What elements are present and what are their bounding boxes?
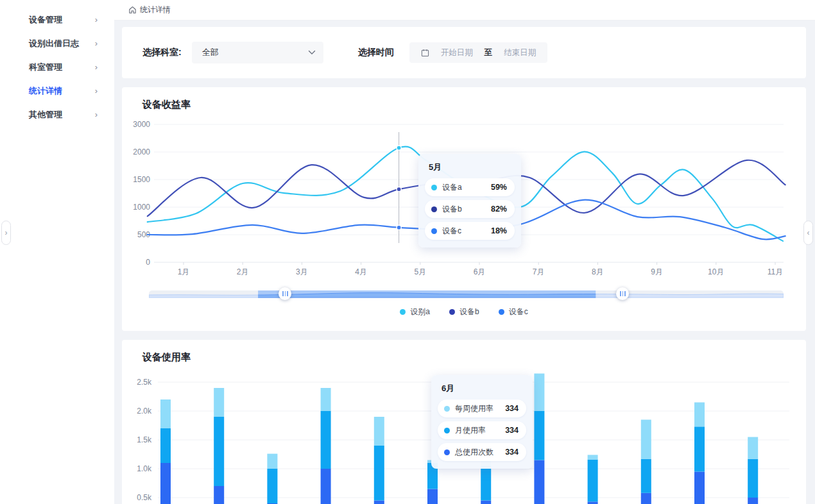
sidebar-item-device-management[interactable]: 设备管理 › (0, 8, 114, 31)
department-select[interactable]: 全部 (192, 42, 323, 63)
svg-text:3000: 3000 (133, 120, 150, 129)
sidebar-item-other-management[interactable]: 其他管理 › (0, 103, 114, 126)
datazoom-left-handle[interactable] (279, 287, 291, 300)
tooltip-title: 5月 (429, 162, 515, 173)
svg-text:1000: 1000 (133, 203, 150, 212)
department-select-value: 全部 (202, 47, 219, 58)
chevron-right-icon: › (95, 15, 98, 24)
collapse-panel-toggle[interactable]: ‹ (803, 221, 813, 245)
svg-text:8月: 8月 (592, 267, 604, 276)
breadcrumb-label: 统计详情 (140, 4, 171, 15)
main-content: 统计详情 选择科室: 全部 选择时间 开始日期 至 结束日期 (114, 0, 815, 504)
series-b-dot-icon (431, 206, 437, 212)
line-chart-legend: 设别a 设备b 设备c (122, 307, 806, 317)
tooltip-row: 设备a 59% (425, 178, 515, 196)
filter-panel: 选择科室: 全部 选择时间 开始日期 至 结束日期 (122, 27, 806, 78)
sidebar-item-label: 统计详情 (29, 85, 62, 97)
sidebar: 设备管理 › 设别出借日志 › 科室管理 › 统计详情 › 其他管理 › (0, 0, 114, 504)
svg-text:2.0k: 2.0k (137, 407, 152, 416)
legend-item-b[interactable]: 设备b (449, 307, 479, 317)
start-date-placeholder[interactable]: 开始日期 (441, 47, 473, 58)
tooltip-row: 总使用次数 334 (438, 443, 526, 461)
line-chart-tooltip: 5月 设备a 59% 设备b 82% 设备c 18% (418, 154, 521, 248)
chevron-right-icon: › (5, 228, 8, 237)
tooltip-title: 6月 (442, 383, 526, 394)
sidebar-item-department-management[interactable]: 科室管理 › (0, 55, 114, 79)
chevron-right-icon: › (95, 62, 98, 72)
legend-item-c[interactable]: 设备c (499, 307, 528, 317)
tooltip-row: 设备b 82% (425, 200, 515, 218)
grip-icon (282, 291, 288, 296)
collapse-sidebar-toggle[interactable]: › (1, 221, 11, 245)
svg-text:2.5k: 2.5k (137, 378, 152, 387)
svg-text:1500: 1500 (133, 175, 150, 184)
svg-text:2月: 2月 (237, 267, 249, 276)
monthly-usage-dot-icon (444, 428, 450, 433)
datazoom-slider[interactable] (149, 286, 784, 301)
sidebar-item-label: 科室管理 (29, 62, 62, 73)
svg-text:1月: 1月 (178, 267, 190, 276)
usage-rate-chart-card: 设备使用率 2.5k2.0k1.5k1.0k0.5k 6月 每周使用率 334 … (122, 340, 806, 504)
svg-text:6月: 6月 (474, 267, 486, 276)
tooltip-row: 每周使用率 334 (438, 399, 526, 417)
sidebar-item-label: 其他管理 (29, 109, 62, 121)
svg-text:9月: 9月 (651, 267, 663, 276)
calendar-icon (421, 49, 429, 57)
chevron-left-icon: ‹ (807, 228, 810, 237)
breadcrumb[interactable]: 统计详情 (128, 4, 171, 15)
sidebar-item-label: 设备管理 (29, 14, 62, 26)
legend-item-a[interactable]: 设别a (400, 307, 430, 317)
time-filter-label: 选择时间 (358, 47, 394, 58)
tooltip-row: 设备c 18% (425, 222, 515, 240)
legend-dot-icon (499, 309, 504, 315)
svg-text:1.5k: 1.5k (137, 435, 152, 444)
series-c-dot-icon (431, 228, 437, 234)
svg-text:2000: 2000 (133, 147, 150, 156)
svg-text:0: 0 (146, 258, 150, 267)
svg-text:4月: 4月 (355, 267, 367, 276)
end-date-placeholder[interactable]: 结束日期 (504, 47, 536, 58)
sidebar-item-lending-log[interactable]: 设别出借日志 › (0, 31, 114, 55)
legend-dot-icon (449, 309, 455, 315)
home-icon (128, 6, 137, 14)
series-a-dot-icon (431, 185, 437, 190)
weekly-usage-dot-icon (444, 406, 450, 412)
chevron-right-icon: › (95, 110, 98, 119)
grip-icon (620, 291, 626, 296)
svg-text:3月: 3月 (296, 267, 308, 276)
svg-text:0.5k: 0.5k (137, 493, 152, 502)
department-filter-label: 选择科室: (142, 47, 182, 58)
datazoom-track[interactable] (149, 286, 784, 301)
tooltip-row: 月使用率 334 (438, 421, 526, 439)
svg-text:10月: 10月 (708, 267, 724, 276)
sidebar-item-label: 设别出借日志 (29, 38, 79, 49)
svg-text:5月: 5月 (414, 267, 426, 276)
chevron-right-icon: › (95, 38, 98, 48)
chevron-right-icon: › (95, 86, 98, 96)
svg-text:1.0k: 1.0k (137, 464, 152, 473)
svg-text:11月: 11月 (768, 267, 783, 276)
sidebar-item-statistics-detail[interactable]: 统计详情 › (0, 79, 114, 103)
revenue-rate-chart-card: 设备收益率 300020001500100050001月2月3月4月5月6月7月… (122, 87, 806, 331)
total-usage-dot-icon (444, 449, 450, 455)
bar-chart-tooltip: 6月 每周使用率 334 月使用率 334 总使用次数 334 (431, 375, 533, 469)
svg-text:7月: 7月 (533, 267, 545, 276)
breadcrumb-bar: 统计详情 (114, 0, 815, 21)
date-range-separator: 至 (485, 47, 493, 58)
chevron-down-icon (308, 50, 316, 55)
date-range-picker[interactable]: 开始日期 至 结束日期 (409, 42, 548, 63)
legend-dot-icon (400, 309, 406, 315)
